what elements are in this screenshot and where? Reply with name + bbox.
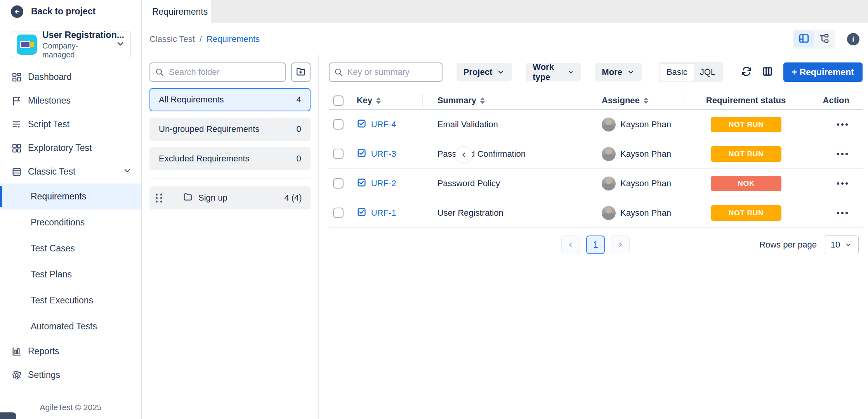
folder-all-requirements[interactable]: All Requirements 4 [149,88,311,111]
columns-button[interactable] [761,64,774,80]
view-toggle [793,29,835,49]
folder-ungrouped-requirements[interactable]: Un-grouped Requirements 0 [149,118,311,141]
row-actions-ellipsis[interactable] [836,178,849,189]
sidebar-item-label: Classic Test [28,166,117,177]
folder-label: Sign up [198,193,284,203]
add-requirement-button[interactable]: + Requirement [783,62,863,82]
grid-icon [11,143,23,154]
project-selector[interactable]: User Registration... Company-managed [11,31,131,58]
search-folder-input[interactable] [149,62,286,82]
refresh-button[interactable] [740,64,753,80]
project-filter[interactable]: Project [457,63,512,81]
sidebar-subitem-label: Automated Tests [31,321,97,332]
sidebar-item-test-executions[interactable]: Test Executions [0,287,141,313]
collapse-panel-button[interactable] [455,146,472,163]
column-header-assignee[interactable]: Assignee [583,94,684,107]
drag-handle-icon[interactable] [156,194,163,203]
script-list-icon [11,119,23,130]
page-number[interactable]: 1 [586,235,605,254]
filter-label: Project [464,67,493,77]
app-footer: AgileTest © 2025 [0,403,141,412]
folder-sign-up[interactable]: Sign up 4 (4) [149,186,311,210]
sidebar-item-classic-test[interactable]: Classic Test [0,160,141,184]
table-row[interactable]: URF-3 Password Confirmation Kayson Phan … [329,139,863,169]
requirement-type-icon [357,119,366,130]
sidebar-item-label: Dashboard [28,72,132,82]
sidebar-item-dashboard[interactable]: Dashboard [0,65,141,89]
issue-key-link[interactable]: URF-4 [371,119,396,130]
sidebar: Back to project User Registration... Com… [0,0,142,419]
sidebar-item-label: Reports [28,346,132,357]
table-row[interactable]: URF-1 User Registration Kayson Phan NOT … [329,198,863,228]
row-checkbox[interactable] [333,178,344,189]
sort-icon[interactable] [644,97,648,104]
next-page-button[interactable] [611,235,630,254]
add-folder-button[interactable] [291,62,311,82]
query-mode-toggle: Basic JQL [659,62,723,82]
back-label: Back to project [31,6,95,17]
back-arrow-icon[interactable] [11,5,23,18]
issue-key-link[interactable]: URF-2 [371,178,396,189]
more-filter[interactable]: More [595,63,642,81]
basic-mode-button[interactable]: Basic [660,64,694,81]
table-row[interactable]: URF-2 Password Policy Kayson Phan NOK [329,169,863,198]
sidebar-item-test-plans[interactable]: Test Plans [0,261,141,287]
row-checkbox[interactable] [333,149,344,159]
column-header-status: Requirement status [684,94,808,107]
assignee-name: Kayson Phan [620,149,671,159]
requirement-type-icon [357,178,366,189]
column-header-key[interactable]: Key [357,94,423,107]
corner-artifact [0,412,16,419]
key-summary-search-input[interactable] [329,62,443,82]
issue-key-link[interactable]: URF-3 [371,149,396,159]
sidebar-item-automated-tests[interactable]: Automated Tests [0,313,141,339]
status-badge[interactable]: NOT RUN [711,205,781,221]
project-avatar [17,35,37,55]
prev-page-button[interactable] [561,235,580,254]
status-badge[interactable]: NOT RUN [711,117,781,132]
info-icon[interactable]: i [847,33,859,45]
status-badge[interactable]: NOT RUN [711,146,781,162]
back-to-project[interactable]: Back to project [0,0,141,23]
row-checkbox[interactable] [333,119,344,130]
panel-view-button[interactable] [794,31,814,47]
sidebar-item-settings[interactable]: Settings [0,363,141,387]
avatar [602,118,616,132]
row-checkbox[interactable] [333,208,344,218]
sidebar-item-requirements[interactable]: Requirements [0,184,141,210]
folder-excluded-requirements[interactable]: Excluded Requirements 0 [149,147,311,170]
sidebar-item-exploratory-test[interactable]: Exploratory Test [0,136,141,160]
work-type-filter[interactable]: Work type [526,63,581,81]
search-icon [334,68,343,78]
issue-key-link[interactable]: URF-1 [371,208,396,218]
tree-view-button[interactable] [814,31,834,47]
requirement-type-icon [357,207,366,218]
sidebar-item-script-test[interactable]: Script Test [0,113,141,136]
row-actions-ellipsis[interactable] [836,208,849,218]
column-header-summary[interactable]: Summary [423,94,583,107]
status-badge[interactable]: NOK [711,176,781,191]
breadcrumb-parent[interactable]: Classic Test [149,34,195,44]
sidebar-item-test-cases[interactable]: Test Cases [0,235,141,261]
avatar [602,206,616,220]
sidebar-subitem-label: Preconditions [31,217,85,228]
sort-icon[interactable] [376,97,381,104]
project-type: Company-managed [42,42,110,59]
jql-mode-button[interactable]: JQL [694,64,722,81]
sort-icon[interactable] [480,97,485,104]
row-actions-ellipsis[interactable] [836,149,849,159]
columns-icon [762,66,773,79]
sidebar-item-reports[interactable]: Reports [0,339,141,363]
sidebar-item-milestones[interactable]: Milestones [0,89,141,113]
dashboard-icon [11,72,23,83]
table-header: Key Summary Assignee Requirement status … [329,92,863,110]
table-row[interactable]: URF-4 Email Validation Kayson Phan NOT R… [329,110,863,139]
rows-per-page-select[interactable]: 10 [824,235,859,254]
rows-icon [11,166,23,177]
sidebar-item-label: Settings [28,370,132,380]
tab-requirements[interactable]: Requirements [142,0,211,23]
select-all-checkbox[interactable] [333,95,344,106]
sidebar-item-preconditions[interactable]: Preconditions [0,210,141,235]
row-actions-ellipsis[interactable] [836,119,849,130]
breadcrumb-current[interactable]: Requirements [207,34,260,44]
